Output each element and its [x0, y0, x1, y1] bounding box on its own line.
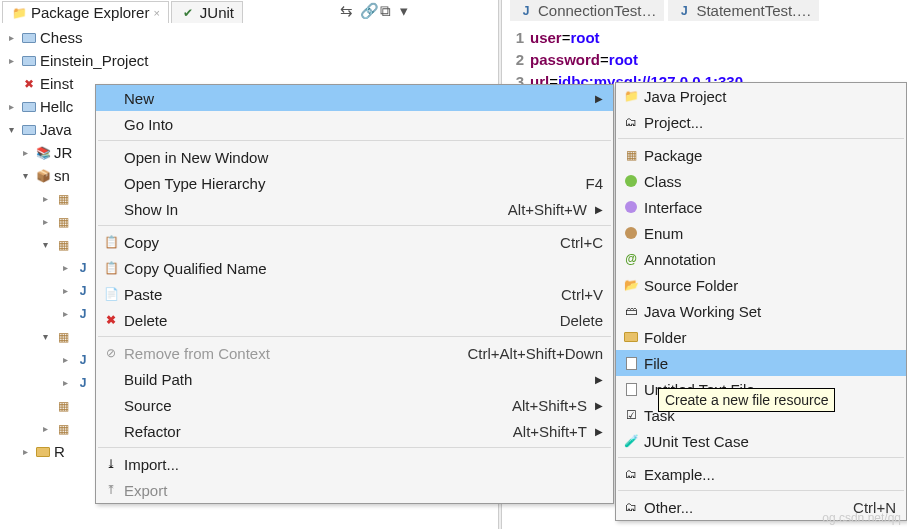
tab-package-explorer[interactable]: 📁 Package Explorer × [2, 1, 169, 23]
tab-junit[interactable]: ✔ JUnit [171, 1, 243, 23]
line-number: 2 [510, 51, 530, 68]
class-icon [620, 173, 642, 189]
tree-item-einstein-project[interactable]: Einstein_Project [0, 49, 498, 72]
package-icon: ▦ [55, 237, 71, 253]
export-icon: ⤒ [100, 482, 122, 498]
submenu-project[interactable]: 🗂Project... [616, 109, 906, 135]
folder-icon [620, 329, 642, 345]
menu-copy-qualified[interactable]: 📋Copy Qualified Name [96, 255, 613, 281]
java-file-icon: J [75, 352, 91, 368]
file-icon [620, 355, 642, 371]
menu-open-new-window[interactable]: Open in New Window [96, 144, 613, 170]
package-icon: ▦ [55, 329, 71, 345]
project-icon [21, 53, 37, 69]
remove-context-icon: ⊘ [100, 345, 122, 361]
text-file-icon [620, 381, 642, 397]
menu-separator [618, 138, 904, 139]
tree-label: Einstein_Project [40, 52, 148, 69]
source-folder-icon: 📦 [35, 168, 51, 184]
menu-separator [98, 336, 611, 337]
library-icon: 📚 [35, 145, 51, 161]
link-icon[interactable]: 🔗 [360, 2, 374, 16]
menu-separator [98, 140, 611, 141]
submenu-arrow-icon: ▶ [595, 426, 609, 437]
tree-item-chess[interactable]: Chess [0, 26, 498, 49]
menu-source[interactable]: SourceAlt+Shift+S▶ [96, 392, 613, 418]
submenu-arrow-icon: ▶ [595, 400, 609, 411]
junit-icon: ✔ [180, 5, 196, 21]
menu-separator [618, 457, 904, 458]
interface-icon [620, 199, 642, 215]
submenu-arrow-icon: ▶ [595, 93, 609, 104]
submenu-class[interactable]: Class [616, 168, 906, 194]
project-icon [21, 30, 37, 46]
example-icon: 🗂 [620, 466, 642, 482]
submenu-source-folder[interactable]: 📂Source Folder [616, 272, 906, 298]
menu-delete[interactable]: ✖DeleteDelete [96, 307, 613, 333]
tree-label: sn [54, 167, 70, 184]
menu-export[interactable]: ⤒Export [96, 477, 613, 503]
delete-icon: ✖ [100, 312, 122, 328]
collapse-icon[interactable]: ⇆ [340, 2, 354, 16]
line-number: 1 [510, 29, 530, 46]
editor-tab-label: StatementTest.… [696, 2, 811, 19]
package-icon: ▦ [55, 398, 71, 414]
editor-tab-label: ConnectionTest… [538, 2, 656, 19]
tree-label: Hellc [40, 98, 73, 115]
editor-tab-statement-test[interactable]: J StatementTest.… [668, 0, 819, 21]
menu-separator [98, 447, 611, 448]
menu-go-into[interactable]: Go Into [96, 111, 613, 137]
submenu-file[interactable]: File [616, 350, 906, 376]
menu-build-path[interactable]: Build Path▶ [96, 366, 613, 392]
other-icon: 🗂 [620, 499, 642, 515]
project-icon: 🗂 [620, 114, 642, 130]
submenu-package[interactable]: ▦Package [616, 142, 906, 168]
focus-icon[interactable]: ⧉ [380, 2, 394, 16]
package-explorer-icon: 📁 [11, 5, 27, 21]
package-icon: ▦ [55, 421, 71, 437]
tree-label: Chess [40, 29, 83, 46]
submenu-folder[interactable]: Folder [616, 324, 906, 350]
task-icon: ☑ [620, 407, 642, 423]
menu-remove-context: ⊘Remove from ContextCtrl+Alt+Shift+Down [96, 340, 613, 366]
submenu-annotation[interactable]: @Annotation [616, 246, 906, 272]
package-icon: ▦ [620, 147, 642, 163]
tooltip: Create a new file resource [658, 388, 835, 412]
submenu-java-project[interactable]: 📁Java Project [616, 83, 906, 109]
menu-separator [98, 225, 611, 226]
project-closed-icon: ✖ [21, 76, 37, 92]
menu-import[interactable]: ⤓Import... [96, 451, 613, 477]
context-menu: New▶ Go Into Open in New Window Open Typ… [95, 84, 614, 504]
submenu-junit-test-case[interactable]: 🧪JUnit Test Case [616, 428, 906, 454]
menu-open-type-hierarchy[interactable]: Open Type HierarchyF4 [96, 170, 613, 196]
project-icon [21, 122, 37, 138]
java-file-icon: J [518, 3, 534, 19]
menu-copy[interactable]: 📋CopyCtrl+C [96, 229, 613, 255]
package-icon: ▦ [55, 191, 71, 207]
java-file-icon: J [75, 306, 91, 322]
submenu-enum[interactable]: Enum [616, 220, 906, 246]
java-file-icon: J [676, 3, 692, 19]
import-icon: ⤓ [100, 456, 122, 472]
submenu-java-working-set[interactable]: 🗃Java Working Set [616, 298, 906, 324]
tree-label: Einst [40, 75, 73, 92]
menu-paste[interactable]: 📄PasteCtrl+V [96, 281, 613, 307]
watermark: og.csdn.net/qq [822, 511, 901, 525]
menu-icon[interactable]: ▾ [400, 2, 414, 16]
menu-new[interactable]: New▶ [96, 85, 613, 111]
java-file-icon: J [75, 260, 91, 276]
tree-label: Java [40, 121, 72, 138]
tab-label: JUnit [200, 4, 234, 21]
paste-icon: 📄 [100, 286, 122, 302]
tree-label: JR [54, 144, 72, 161]
editor-tab-connection-test[interactable]: J ConnectionTest… [510, 0, 664, 21]
submenu-example[interactable]: 🗂Example... [616, 461, 906, 487]
menu-refactor[interactable]: RefactorAlt+Shift+T▶ [96, 418, 613, 444]
menu-show-in[interactable]: Show InAlt+Shift+W▶ [96, 196, 613, 222]
junit-icon: 🧪 [620, 433, 642, 449]
close-icon[interactable]: × [153, 7, 159, 19]
submenu-arrow-icon: ▶ [595, 374, 609, 385]
java-project-icon: 📁 [620, 88, 642, 104]
working-set-icon: 🗃 [620, 303, 642, 319]
submenu-interface[interactable]: Interface [616, 194, 906, 220]
